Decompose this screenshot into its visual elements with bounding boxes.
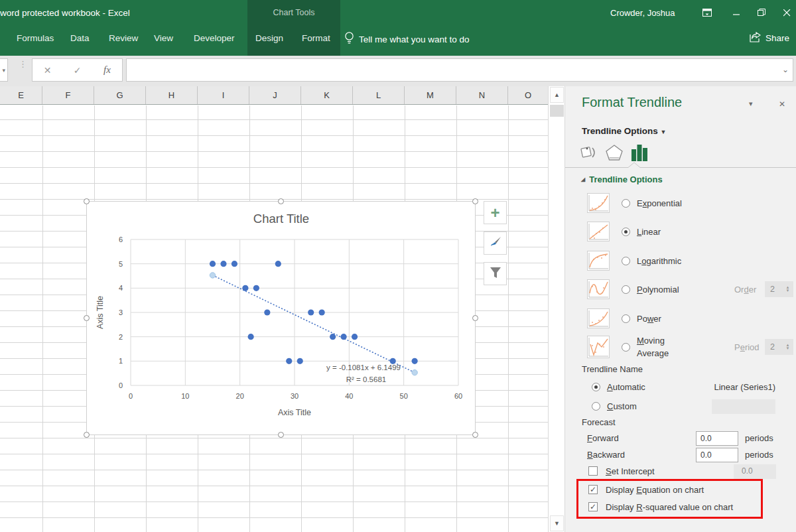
radio-moving-average[interactable]	[622, 343, 630, 352]
option-logarithmic[interactable]: Logarithmic	[587, 251, 681, 271]
svg-text:30: 30	[291, 392, 298, 400]
column-header-J[interactable]: J	[249, 86, 301, 104]
restore-button[interactable]	[752, 5, 771, 20]
linear-thumbnail-icon	[587, 222, 610, 241]
option-exponential[interactable]: Exponential	[587, 193, 682, 213]
effects-tab-icon[interactable]	[605, 144, 624, 163]
order-spinner[interactable]: 2 ▲▼	[765, 281, 793, 297]
backward-input[interactable]: 0.0	[696, 448, 738, 462]
ribbon: word protected workbook - Excel Chart To…	[0, 0, 796, 56]
red-annotation-box	[576, 479, 763, 519]
share-button[interactable]: Share	[750, 32, 789, 44]
column-header-N[interactable]: N	[456, 86, 508, 104]
option-automatic-name[interactable]: Automatic	[592, 382, 645, 392]
column-header-L[interactable]: L	[353, 86, 405, 104]
option-custom-name[interactable]: Custom	[592, 401, 637, 411]
chart[interactable]: 01234560102030405060Chart TitleAxis Titl…	[86, 201, 476, 435]
tab-data[interactable]: Data	[70, 33, 90, 43]
fill-line-tab-icon[interactable]	[580, 144, 598, 163]
pane-close-icon[interactable]: ✕	[779, 100, 785, 109]
scroll-down-icon[interactable]: ▼	[550, 515, 564, 531]
chart-handle-mid-right[interactable]	[472, 315, 478, 321]
expand-formula-bar-icon[interactable]: ⌄	[782, 65, 789, 74]
scrollbar-thumb[interactable]	[550, 105, 564, 117]
column-header-E[interactable]: E	[0, 86, 42, 104]
custom-name-input	[712, 399, 775, 414]
cancel-entry-icon[interactable]: ✕	[33, 65, 62, 76]
forward-input[interactable]: 0.0	[696, 431, 738, 446]
insert-function-icon[interactable]: fx	[92, 64, 122, 76]
chart-handle-top-right[interactable]	[472, 198, 478, 204]
trendline-options-dropdown[interactable]: Trendline Options ▼	[582, 126, 666, 136]
share-icon	[750, 32, 762, 44]
svg-text:1: 1	[119, 357, 123, 365]
name-box[interactable]: ▾	[0, 58, 8, 82]
forward-units: periods	[745, 433, 773, 443]
radio-custom[interactable]	[592, 402, 600, 411]
funnel-icon	[489, 266, 502, 282]
period-spinner[interactable]: 2 ▲▼	[765, 339, 793, 355]
plus-icon: +	[490, 206, 499, 220]
pane-options-dropdown-icon[interactable]: ▾	[749, 100, 753, 108]
ribbon-display-options-icon[interactable]	[698, 5, 716, 20]
tab-view[interactable]: View	[154, 33, 173, 43]
chart-filters-button[interactable]	[484, 262, 507, 285]
formula-input[interactable]: ⌄	[126, 58, 793, 82]
collapse-triangle-icon: ◢	[581, 176, 585, 182]
svg-text:50: 50	[400, 392, 408, 400]
svg-text:6: 6	[119, 235, 123, 243]
chart-handle-top-center[interactable]	[278, 198, 284, 204]
tell-me-box[interactable]: Tell me what you want to do	[344, 32, 470, 46]
minimize-button[interactable]	[727, 5, 746, 20]
column-header-O[interactable]: O	[508, 86, 548, 104]
order-label: Order	[734, 285, 756, 295]
exponential-thumbnail-icon	[587, 193, 610, 213]
column-header-H[interactable]: H	[146, 86, 198, 104]
user-account-name[interactable]: Crowder, Joshua	[610, 8, 675, 18]
tab-format[interactable]: Format	[302, 33, 330, 43]
vertical-scrollbar[interactable]: ▲ ▼	[548, 86, 564, 532]
column-header-F[interactable]: F	[42, 86, 94, 104]
option-moving-average[interactable]: Moving Average Period 2 ▲▼	[587, 334, 685, 360]
radio-exponential[interactable]	[622, 199, 630, 208]
radio-power[interactable]	[622, 314, 630, 323]
chart-styles-button[interactable]	[484, 232, 507, 255]
spinner-arrows-icon[interactable]: ▲▼	[784, 286, 793, 293]
radio-linear[interactable]	[622, 228, 630, 236]
radio-logarithmic[interactable]	[622, 257, 630, 265]
paintbrush-icon	[489, 235, 502, 251]
radio-polynomial[interactable]	[622, 285, 630, 294]
chart-handle-top-left[interactable]	[84, 198, 90, 204]
tab-review[interactable]: Review	[109, 33, 138, 43]
spinner-arrows-icon[interactable]: ▲▼	[784, 344, 793, 350]
option-power[interactable]: Power	[587, 308, 661, 328]
polynomial-thumbnail-icon	[587, 279, 610, 299]
radio-automatic[interactable]	[592, 383, 600, 391]
column-header-M[interactable]: M	[405, 86, 456, 104]
svg-text:3: 3	[119, 308, 123, 316]
name-box-dropdown-icon[interactable]: ▾	[2, 67, 5, 74]
lightbulb-icon	[344, 32, 354, 46]
column-header-K[interactable]: K	[301, 86, 353, 104]
column-header-G[interactable]: G	[94, 86, 146, 104]
chart-handle-bottom-center[interactable]	[278, 432, 284, 438]
close-button[interactable]	[777, 5, 796, 20]
formula-bar-separator: ⋮	[19, 61, 27, 67]
option-linear[interactable]: Linear	[587, 222, 661, 241]
tab-formulas[interactable]: Formulas	[17, 33, 54, 43]
tab-developer[interactable]: Developer	[194, 33, 235, 43]
chart-handle-bottom-left[interactable]	[84, 432, 90, 438]
trendline-options-tab-icon[interactable]	[631, 143, 648, 163]
scroll-up-icon[interactable]: ▲	[550, 87, 564, 103]
column-header-I[interactable]: I	[198, 86, 249, 104]
option-polynomial[interactable]: Polynomial Order 2 ▲▼	[587, 279, 679, 299]
svg-text:Axis Title: Axis Title	[96, 296, 105, 329]
trendline-name-header: Trendline Name	[582, 364, 643, 374]
trendline-options-section-header[interactable]: ◢Trendline Options	[581, 174, 663, 184]
tab-design[interactable]: Design	[255, 33, 283, 43]
chart-elements-button[interactable]: +	[484, 201, 507, 224]
chart-handle-mid-left[interactable]	[84, 315, 90, 321]
confirm-entry-icon[interactable]: ✓	[62, 65, 92, 76]
set-intercept-checkbox[interactable]	[588, 466, 598, 476]
chart-handle-bottom-right[interactable]	[472, 432, 478, 438]
